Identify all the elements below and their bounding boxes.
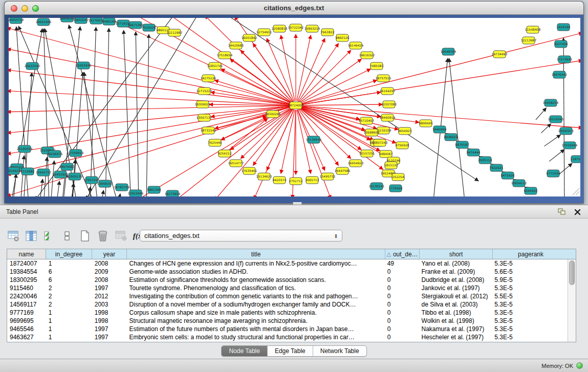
table-row[interactable]: 946362711997Embryonic stem cells: a mode… — [7, 333, 568, 341]
graph-node[interactable]: 15722342 — [288, 24, 304, 31]
graph-node[interactable]: 16001842 — [242, 34, 257, 41]
graph-edge[interactable] — [536, 108, 547, 120]
graph-node[interactable]: 15992971 — [558, 127, 574, 135]
graph-node[interactable]: 15134623 — [256, 173, 272, 180]
column-header-out-degree[interactable]: △ out_de… — [385, 249, 420, 259]
graph-node[interactable]: 8938923 — [444, 134, 458, 141]
graph-node[interactable]: 16514777 — [228, 160, 244, 167]
graph-node[interactable]: 15134545 — [306, 136, 322, 143]
graph-node[interactable]: 10653247 — [73, 18, 89, 24]
graph-node[interactable]: 1919194 — [557, 24, 571, 31]
graph-node[interactable]: 20206576 — [47, 150, 63, 158]
graph-node[interactable]: 1187533 — [571, 156, 580, 163]
graph-node[interactable]: 1815132 — [384, 162, 398, 169]
column-header-short[interactable]: short — [420, 249, 493, 259]
graph-edge[interactable] — [9, 106, 291, 175]
graph-node[interactable]: 10210345 — [548, 116, 564, 123]
graph-node[interactable]: 12212987 — [167, 29, 183, 36]
graph-node[interactable]: 15958214 — [543, 99, 559, 106]
tab-network-table[interactable]: Network Table — [313, 346, 366, 356]
float-panel-icon[interactable] — [557, 207, 567, 216]
graph-edge[interactable] — [214, 80, 291, 104]
graph-node[interactable]: 16648784 — [441, 48, 456, 55]
table-row[interactable]: 977716911998Corpus callosum shape and si… — [7, 309, 568, 317]
graph-node[interactable]: 1733426 — [389, 185, 403, 192]
select-columns-button[interactable] — [43, 229, 55, 243]
graph-node[interactable]: 14420685 — [228, 42, 244, 49]
graph-edge[interactable] — [300, 80, 377, 104]
graph-node[interactable]: 10307082 — [381, 101, 397, 108]
graph-node[interactable]: 19975487 — [59, 163, 75, 170]
table-row[interactable]: 1938455462009Genome-wide association stu… — [7, 268, 568, 276]
graph-node[interactable]: 15495732 — [320, 173, 336, 180]
table-row[interactable]: 1830029562008Estimation of significance … — [7, 276, 568, 284]
graph-node[interactable]: 21053346 — [76, 62, 92, 69]
graph-node[interactable]: 12715227 — [197, 87, 212, 95]
graph-node[interactable]: 7485083 — [370, 62, 384, 70]
graph-edge[interactable] — [559, 163, 572, 174]
table-row[interactable]: 911546021997Tourette syndrome. Phenomeno… — [7, 284, 568, 292]
graph-node[interactable]: 17016504 — [562, 142, 578, 149]
graph-node[interactable]: 25160559 — [17, 145, 33, 152]
graph-node[interactable]: 9484067 — [379, 150, 393, 158]
graph-edge[interactable] — [35, 18, 175, 196]
graph-node[interactable]: 9861349 — [147, 186, 161, 193]
graph-edge[interactable] — [134, 108, 292, 196]
graph-node[interactable]: 13067137 — [197, 114, 212, 121]
graph-node[interactable]: 16976342 — [552, 71, 568, 78]
graph-node[interactable]: 14671365 — [128, 21, 144, 29]
scrollbar-thumb[interactable] — [569, 260, 575, 285]
tab-node-table[interactable]: Node Table — [222, 346, 268, 356]
show-columns-button[interactable] — [25, 229, 37, 243]
graph-node[interactable]: 18731542 — [201, 127, 216, 134]
graph-node[interactable]: 9756928 — [396, 142, 409, 149]
column-header-pagerank[interactable]: pagerank — [493, 249, 569, 259]
graph-node[interactable]: 7663822 — [321, 29, 335, 36]
graph-node[interactable]: 18309021 — [195, 101, 211, 108]
network-canvas[interactable]: 2405572420691406189562841065324715276021… — [9, 18, 580, 196]
graph-node[interactable]: 10654112 — [511, 180, 527, 187]
graph-node[interactable]: 9254212 — [218, 150, 232, 157]
graph-node[interactable]: 11548408 — [525, 26, 541, 33]
graph-node[interactable]: 9227434 — [554, 40, 568, 48]
graph-edge[interactable] — [299, 59, 361, 102]
graph-node[interactable]: 9860126 — [336, 34, 350, 41]
graph-edge[interactable] — [9, 105, 291, 112]
graph-node[interactable]: 16954923 — [348, 160, 364, 167]
graph-node[interactable]: 9654923 — [398, 127, 412, 135]
graph-node[interactable]: 12851741 — [207, 62, 223, 70]
graph-edge[interactable] — [267, 38, 294, 101]
graph-node[interactable]: 22080818 — [272, 25, 288, 32]
table-row[interactable]: 969969511998Structural magnetic resonanc… — [7, 317, 568, 325]
graph-edge[interactable] — [544, 135, 560, 146]
graph-node[interactable]: 19734493 — [492, 51, 508, 58]
table-row[interactable]: 946554611997Estimation of the future num… — [7, 325, 568, 333]
graph-edge[interactable] — [300, 33, 580, 104]
tab-edge-table[interactable]: Edge Table — [268, 346, 313, 356]
graph-node[interactable]: 15720407 — [359, 117, 375, 124]
graph-edge[interactable] — [21, 156, 24, 196]
graph-node[interactable]: 9420574 — [273, 177, 287, 184]
create-column-button[interactable] — [79, 229, 91, 243]
graph-edge[interactable] — [57, 181, 59, 196]
graph-node[interactable]: 12213987 — [521, 37, 537, 44]
graph-node[interactable]: 7625440 — [208, 139, 222, 146]
graph-node[interactable]: 17359919 — [68, 149, 84, 157]
table-mode-button[interactable] — [7, 229, 19, 243]
graph-node[interactable]: 17635401 — [242, 167, 257, 174]
graph-node[interactable]: 13958107 — [97, 180, 113, 187]
graph-edge[interactable] — [230, 108, 292, 150]
graph-node[interactable]: 10157251 — [359, 150, 375, 157]
graph-edge[interactable] — [146, 34, 149, 196]
graph-edge[interactable] — [549, 149, 564, 161]
graph-node[interactable]: 3915921 — [9, 167, 20, 174]
graph-node[interactable]: 18724007 — [288, 102, 304, 109]
graph-node[interactable]: 20691406 — [36, 18, 52, 26]
graph-node[interactable]: 6879197 — [455, 141, 469, 148]
graph-edge[interactable] — [9, 106, 291, 133]
graph-node[interactable]: 1115682 — [21, 168, 35, 175]
graph-node[interactable]: 3065713 — [306, 177, 319, 184]
graph-edge[interactable] — [90, 27, 96, 196]
graph-edge[interactable] — [300, 104, 382, 105]
graph-edge[interactable] — [102, 190, 104, 196]
